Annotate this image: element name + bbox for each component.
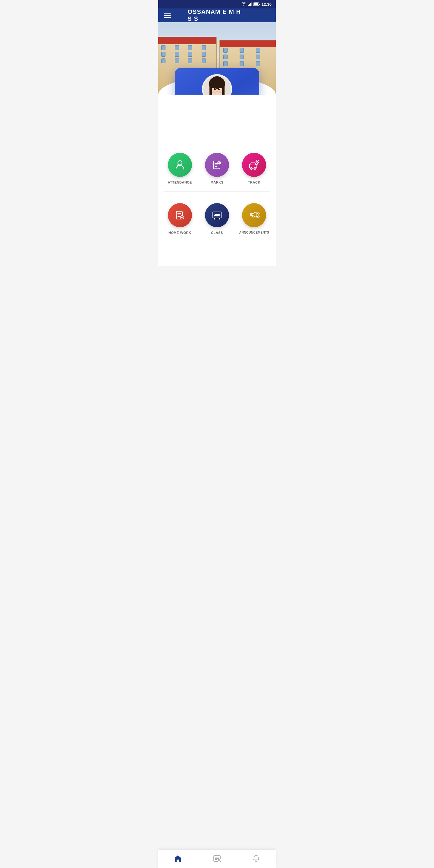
svg-point-15: [215, 88, 216, 89]
svg-point-14: [218, 88, 220, 90]
svg-text:ABC: ABC: [214, 214, 220, 217]
status-bar: 12:30: [158, 0, 276, 8]
svg-rect-1: [249, 4, 250, 6]
svg-point-19: [219, 91, 222, 93]
svg-rect-11: [210, 85, 212, 95]
svg-point-17: [216, 91, 218, 92]
attendance-icon: [174, 159, 186, 170]
menu-button[interactable]: [164, 13, 171, 18]
menu-item-announcements[interactable]: ANNOUNCEMENTS: [236, 198, 273, 239]
svg-rect-0: [248, 5, 249, 6]
svg-point-13: [214, 88, 216, 90]
menu-item-class[interactable]: ABC CLASS: [198, 198, 236, 239]
svg-point-29: [257, 161, 258, 162]
avatar: [202, 74, 232, 95]
svg-rect-12: [222, 85, 224, 95]
svg-rect-6: [259, 4, 260, 5]
svg-point-16: [219, 88, 220, 89]
avatar-image: [204, 76, 230, 95]
announcements-icon-circle: [242, 203, 266, 227]
announcements-label: ANNOUNCEMENTS: [239, 231, 269, 234]
homework-label: HOME WORK: [168, 231, 191, 235]
track-label: TRACK: [248, 181, 260, 184]
svg-rect-3: [251, 2, 252, 6]
svg-rect-2: [250, 3, 251, 6]
track-icon: [248, 159, 260, 170]
attendance-icon-circle: [168, 153, 192, 177]
status-icons: 12:30: [241, 2, 272, 7]
class-icon: ABC: [211, 210, 223, 221]
student-card: Anila Rajeev Ad No . 22456 Class 1 A: [175, 68, 259, 95]
signal-icon: [248, 2, 252, 6]
marks-label: MARKS: [211, 181, 224, 184]
marks-icon-circle: A+: [205, 153, 229, 177]
class-icon-circle: ABC: [205, 203, 229, 227]
attendance-label: ATTENDANCE: [168, 181, 192, 184]
svg-rect-5: [254, 3, 258, 5]
class-label: CLASS: [211, 231, 223, 235]
battery-icon: [253, 2, 260, 6]
menu-grid-row2: HOME WORK ABC CLASS: [158, 192, 276, 242]
menu-grid-row1: ATTENDANCE A+ MARKS: [158, 141, 276, 191]
status-time: 12:30: [261, 2, 272, 7]
wifi-icon: [241, 2, 246, 6]
menu-item-track[interactable]: TRACK: [236, 147, 273, 188]
menu-item-homework[interactable]: HOME WORK: [161, 198, 198, 239]
svg-point-18: [212, 91, 215, 93]
homework-icon: [174, 210, 186, 221]
main-content: ATTENDANCE A+ MARKS: [158, 95, 276, 266]
app-title: OSSANAM E M H S S: [188, 8, 247, 22]
track-icon-circle: [242, 153, 266, 177]
svg-text:A+: A+: [218, 162, 221, 164]
app-header: OSSANAM E M H S S: [158, 8, 276, 22]
announcements-icon: [248, 210, 260, 221]
homework-icon-circle: [168, 203, 192, 227]
menu-item-marks[interactable]: A+ MARKS: [198, 147, 236, 188]
hero-section: Anila Rajeev Ad No . 22456 Class 1 A: [158, 22, 276, 95]
marks-icon: A+: [211, 159, 223, 170]
menu-item-attendance[interactable]: ATTENDANCE: [161, 147, 198, 188]
